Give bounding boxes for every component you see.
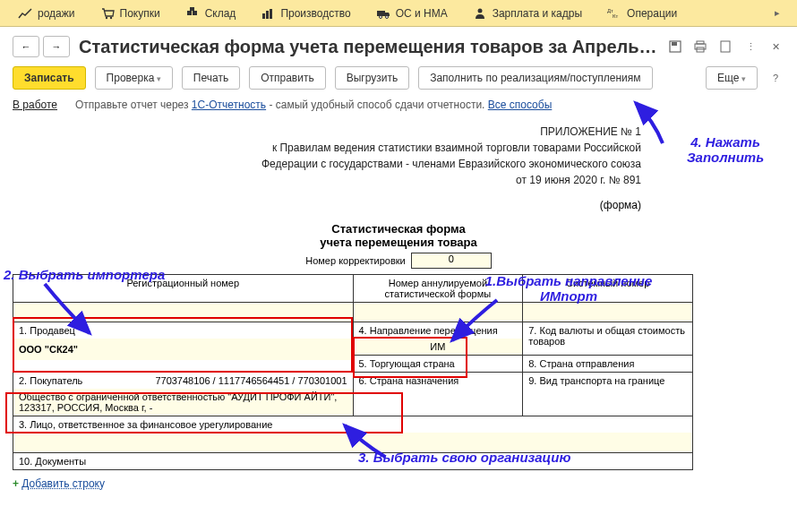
svg-rect-4: [190, 7, 194, 11]
menu-label: Зарплата и кадры: [493, 7, 582, 20]
svg-rect-15: [672, 42, 677, 46]
menu-label: родажи: [38, 7, 75, 20]
cart-icon: [100, 7, 115, 20]
label-direction: 4. Направление перемещения: [354, 322, 523, 339]
label-trade-country: 5. Торгующая страна: [353, 356, 523, 373]
menu-sales[interactable]: родажи: [5, 0, 88, 26]
menu-assets[interactable]: ОС и НМА: [364, 0, 460, 26]
correction-input[interactable]: 0: [411, 253, 492, 269]
menu-operations[interactable]: ДтКт Операции: [595, 0, 690, 26]
menu-production[interactable]: Производство: [248, 0, 363, 26]
status-link[interactable]: В работе: [0, 99, 57, 111]
correction-row: Номер корректировки 0: [13, 249, 784, 272]
arrow-left-icon: ←: [21, 41, 31, 52]
top-menu-bar: родажи Покупки Склад Производство ОС и Н…: [0, 0, 797, 27]
label-currency: 7. Код валюты и общая стоимость товаров: [523, 322, 693, 356]
buyer-reg: 7703748106 / 1117746564451 / 770301001: [150, 373, 352, 389]
arrow-right-icon: →: [52, 41, 62, 52]
close-icon[interactable]: ✕: [767, 38, 784, 56]
save-button[interactable]: Записать: [13, 66, 86, 90]
nav-back-button[interactable]: ←: [13, 36, 39, 57]
form-title-line: Статистическая форма: [13, 222, 784, 236]
direction-value[interactable]: ИМ: [354, 339, 523, 355]
label-documents: 10. Документы: [13, 453, 693, 470]
svg-point-9: [379, 15, 381, 18]
label-dispatch-country: 8. Страна отправления: [523, 356, 693, 373]
factory-icon: [261, 7, 275, 20]
document-icon[interactable]: [716, 38, 734, 56]
appendix-line: Федерации с государствами - членами Евра…: [13, 156, 641, 172]
ops-icon: ДтКт: [607, 7, 621, 20]
link-all-methods[interactable]: Все способы: [488, 99, 553, 111]
help-icon[interactable]: ?: [767, 69, 784, 87]
menu-label: ОС и НМА: [396, 7, 448, 20]
truck-icon: [376, 7, 390, 20]
more-button[interactable]: Еще: [706, 66, 758, 90]
sys-number-cell[interactable]: [523, 303, 693, 322]
svg-rect-6: [266, 11, 269, 19]
label-buyer: 2. Покупатель: [13, 373, 150, 389]
document-body: ПРИЛОЖЕНИЕ № 1 к Правилам ведения статис…: [0, 118, 797, 470]
save-icon[interactable]: [666, 38, 684, 56]
svg-point-10: [385, 15, 388, 18]
menu-label: Производство: [280, 7, 350, 20]
label-dest-country: 6. Страна назначения: [353, 373, 523, 416]
svg-point-1: [109, 16, 111, 18]
svg-rect-2: [187, 11, 192, 15]
info-text: - самый удобный способ сдачи отчетности.: [266, 99, 488, 111]
check-button[interactable]: Проверка: [95, 66, 173, 90]
form-table: Регистрационный номер Номер аннулируемой…: [13, 274, 693, 470]
seller-value[interactable]: ООО "СК24": [13, 339, 353, 360]
label-transport: 9. Вид транспорта на границе: [523, 373, 693, 416]
plus-icon: +: [13, 477, 19, 490]
correction-label: Номер корректировки: [305, 255, 405, 266]
responsible-value[interactable]: [13, 433, 692, 452]
box-icon: [185, 7, 200, 20]
menu-label: Операции: [627, 7, 677, 20]
more-icon[interactable]: ⋮: [741, 38, 759, 56]
svg-point-0: [105, 16, 107, 18]
export-button[interactable]: Выгрузить: [335, 66, 410, 90]
menu-salary[interactable]: Зарплата и кадры: [460, 0, 595, 26]
toolbar: Записать Проверка Печать Отправить Выгру…: [0, 61, 797, 99]
appendix-line: ПРИЛОЖЕНИЕ № 1: [13, 124, 641, 140]
annul-number-cell[interactable]: [353, 303, 523, 322]
sales-icon: [18, 7, 32, 20]
add-row: + Добавить строку: [0, 470, 797, 497]
info-line: Отправьте отчет через 1С-Отчетность - са…: [75, 99, 552, 111]
chevron-right-icon[interactable]: ▸: [768, 4, 786, 22]
reg-number-cell[interactable]: [13, 303, 354, 322]
svg-text:Кт: Кт: [613, 13, 618, 19]
col-annul-number: Номер аннулируемой статистической формы: [353, 275, 523, 303]
svg-rect-5: [262, 13, 265, 19]
info-text: Отправьте отчет через: [75, 99, 192, 111]
menu-purchases[interactable]: Покупки: [88, 0, 173, 26]
col-reg-number: Регистрационный номер: [13, 275, 354, 303]
label-responsible: 3. Лицо, ответственное за финансовое уре…: [13, 416, 692, 433]
page-title: Статистическая форма учета перемещения т…: [79, 37, 657, 57]
print-icon[interactable]: [691, 38, 709, 56]
appendix-line: к Правилам ведения статистики взаимной т…: [13, 140, 641, 156]
header-row: ← → Статистическая форма учета перемещен…: [0, 27, 797, 61]
fill-button[interactable]: Заполнить по реализациям/поступлениям: [418, 66, 652, 90]
menu-label: Склад: [205, 7, 236, 20]
appendix-line: от 19 июня 2020 г. № 891: [13, 172, 641, 188]
svg-rect-3: [193, 11, 197, 15]
label-seller: 1. Продавец: [13, 322, 353, 339]
buyer-value[interactable]: Общество с ограниченной ответственностью…: [13, 389, 353, 416]
form-tag: (форма): [13, 188, 784, 211]
add-row-link[interactable]: Добавить строку: [21, 477, 105, 490]
menu-label: Покупки: [120, 7, 160, 20]
send-button[interactable]: Отправить: [249, 66, 326, 90]
form-title: Статистическая форма учета перемещения т…: [13, 211, 784, 249]
person-icon: [473, 7, 487, 20]
appendix-block: ПРИЛОЖЕНИЕ № 1 к Правилам ведения статис…: [13, 118, 784, 188]
menu-warehouse[interactable]: Склад: [173, 0, 249, 26]
svg-rect-19: [721, 41, 730, 52]
svg-rect-7: [270, 9, 272, 19]
link-1c-reporting[interactable]: 1С-Отчетность: [192, 99, 266, 111]
nav-forward-button[interactable]: →: [43, 36, 70, 57]
form-title-line: учета перемещения товара: [13, 236, 784, 249]
svg-point-11: [477, 8, 482, 13]
print-button[interactable]: Печать: [182, 66, 240, 90]
